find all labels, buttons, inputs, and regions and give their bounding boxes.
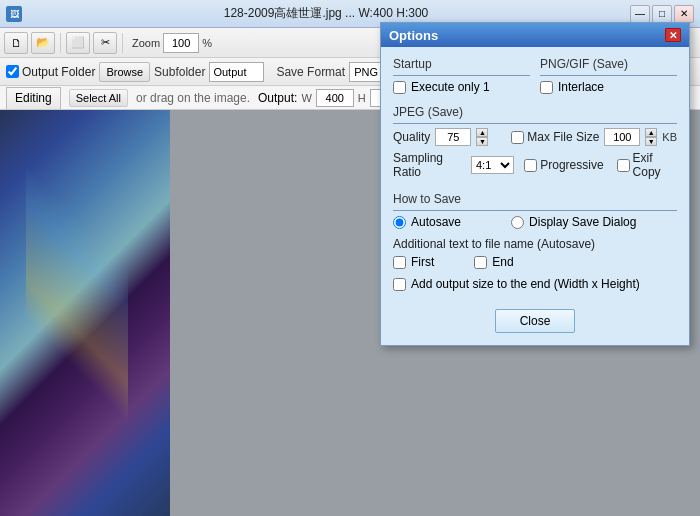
exif-copy-label[interactable]: Exif Copy — [617, 151, 677, 179]
dialog-title-bar: Options ✕ — [381, 23, 689, 47]
progressive-label[interactable]: Progressive — [524, 158, 603, 172]
how-to-save-title: How to Save — [393, 192, 677, 206]
window-title: 128-2009高雄世運.jpg ... W:400 H:300 — [22, 5, 630, 22]
add-output-size-label[interactable]: Add output size to the end (Width x Heig… — [393, 277, 677, 291]
browse-button[interactable]: Browse — [99, 62, 150, 82]
new-icon[interactable]: 🗋 — [4, 32, 28, 54]
jpeg-divider — [393, 123, 677, 124]
zoom-percent: % — [202, 37, 212, 49]
quality-input[interactable] — [435, 128, 471, 146]
max-file-size-label[interactable]: Max File Size — [511, 130, 599, 144]
startup-col: Startup Execute only 1 — [393, 57, 530, 97]
jpeg-section-title: JPEG (Save) — [393, 105, 677, 119]
png-gif-section-title: PNG/GIF (Save) — [540, 57, 677, 71]
separator1 — [60, 33, 61, 53]
display-save-dialog-radio[interactable] — [511, 216, 524, 229]
dialog-close-button[interactable]: ✕ — [665, 28, 681, 42]
quality-up-arrow[interactable]: ▲ — [476, 128, 488, 137]
display-save-dialog-radio-label[interactable]: Display Save Dialog — [511, 215, 636, 229]
size-input[interactable] — [604, 128, 640, 146]
additional-text-title: Additional text to file name (Autosave) — [393, 237, 677, 251]
progressive-checkbox[interactable] — [524, 159, 537, 172]
quality-spinners: ▲ ▼ — [476, 128, 488, 146]
dialog-title: Options — [389, 28, 438, 43]
png-gif-col: PNG/GIF (Save) Interlace — [540, 57, 677, 97]
editing-tab[interactable]: Editing — [6, 87, 61, 109]
drag-hint-text: or drag on the image. — [136, 91, 250, 105]
autosave-radio-label[interactable]: Autosave — [393, 215, 461, 229]
first-checkbox[interactable] — [393, 256, 406, 269]
first-end-row: First End — [393, 255, 677, 272]
minimize-button[interactable]: — — [630, 5, 650, 23]
dialog-footer: Close — [393, 305, 677, 335]
modal-backdrop: Options ✕ Startup Execute only 1 — [0, 110, 700, 516]
title-bar-buttons: — □ ✕ — [630, 5, 694, 23]
separator2 — [122, 33, 123, 53]
output-folder-label: Output Folder — [22, 65, 95, 79]
how-to-save-options: Autosave Display Save Dialog — [393, 215, 677, 229]
subfolder-input[interactable] — [209, 62, 264, 82]
output-label: Output: — [258, 91, 297, 105]
png-gif-divider — [540, 75, 677, 76]
sampling-ratio-label: Sampling Ratio — [393, 151, 466, 179]
startup-section-title: Startup — [393, 57, 530, 71]
app-icon: 🖼 — [6, 6, 22, 22]
close-button[interactable]: ✕ — [674, 5, 694, 23]
quality-row: Quality ▲ ▼ Max File Size — [393, 128, 677, 146]
max-file-size-checkbox[interactable] — [511, 131, 524, 144]
execute-only-label[interactable]: Execute only 1 — [393, 80, 530, 94]
crop-icon[interactable]: ✂ — [93, 32, 117, 54]
zoom-label: Zoom — [132, 37, 160, 49]
main-area: Options ✕ Startup Execute only 1 — [0, 110, 700, 516]
kb-label: KB — [662, 131, 677, 143]
startup-divider — [393, 75, 530, 76]
output-folder-checkbox-label[interactable]: Output Folder — [6, 65, 95, 79]
close-dialog-button[interactable]: Close — [495, 309, 576, 333]
how-to-save-divider — [393, 210, 677, 211]
startup-png-row: Startup Execute only 1 PNG/GIF (Save) In… — [393, 57, 677, 97]
size-down-arrow[interactable]: ▼ — [645, 137, 657, 146]
subfolder-label: Subfolder — [154, 65, 205, 79]
dialog-body: Startup Execute only 1 PNG/GIF (Save) In… — [381, 47, 689, 345]
jpeg-section: JPEG (Save) Quality ▲ ▼ Max File — [393, 105, 677, 184]
end-checkbox[interactable] — [474, 256, 487, 269]
execute-only-checkbox[interactable] — [393, 81, 406, 94]
selection-icon[interactable]: ⬜ — [66, 32, 90, 54]
select-all-button[interactable]: Select All — [69, 89, 128, 107]
output-folder-checkbox[interactable] — [6, 65, 19, 78]
sampling-row: Sampling Ratio 4:1 4:2 4:4 Progressive — [393, 151, 677, 179]
maximize-button[interactable]: □ — [652, 5, 672, 23]
exif-copy-checkbox[interactable] — [617, 159, 630, 172]
sampling-select[interactable]: 4:1 4:2 4:4 — [471, 156, 514, 174]
quality-down-arrow[interactable]: ▼ — [476, 137, 488, 146]
quality-label: Quality — [393, 130, 430, 144]
additional-text-section: Additional text to file name (Autosave) … — [393, 237, 677, 297]
interlace-checkbox[interactable] — [540, 81, 553, 94]
height-label: H — [358, 92, 366, 104]
how-to-save-section: How to Save Autosave Display Save Dialog — [393, 192, 677, 229]
output-width-input[interactable] — [316, 89, 354, 107]
end-label[interactable]: End — [474, 255, 513, 269]
open-icon[interactable]: 📂 — [31, 32, 55, 54]
save-format-label: Save Format — [276, 65, 345, 79]
options-dialog: Options ✕ Startup Execute only 1 — [380, 22, 690, 346]
size-spinners: ▲ ▼ — [645, 128, 657, 146]
width-label: W — [301, 92, 311, 104]
autosave-radio[interactable] — [393, 216, 406, 229]
zoom-input[interactable] — [163, 33, 199, 53]
first-label[interactable]: First — [393, 255, 434, 269]
add-output-size-checkbox[interactable] — [393, 278, 406, 291]
size-up-arrow[interactable]: ▲ — [645, 128, 657, 137]
interlace-label[interactable]: Interlace — [540, 80, 677, 94]
